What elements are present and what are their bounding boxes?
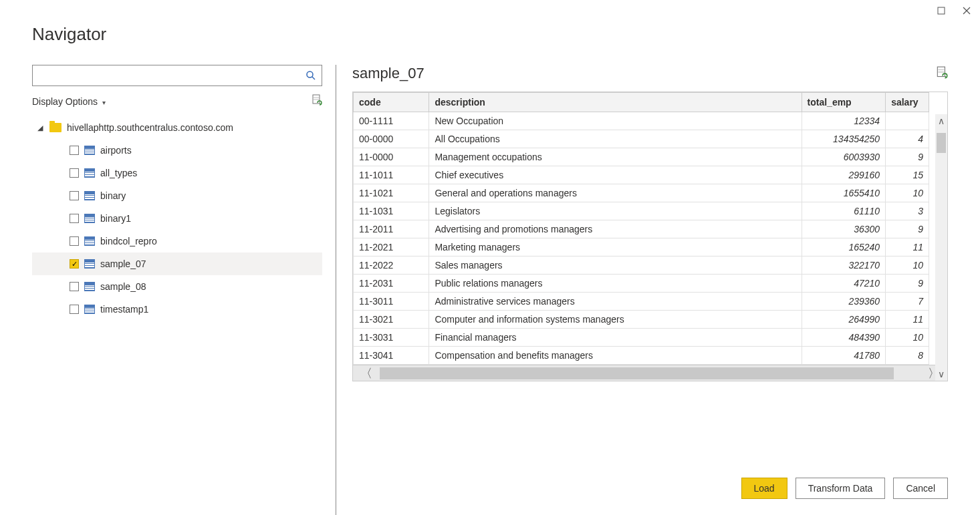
scroll-down-icon[interactable]: ∨ [938,367,945,381]
cell-description: General and operations managers [429,184,802,202]
cell-description: Financial managers [429,329,802,347]
cell-code: 11-3011 [354,293,429,311]
cell-total-emp: 134354250 [802,130,886,148]
checkbox[interactable]: ✓ [70,259,79,269]
table-row[interactable]: 11-1011Chief executives29916015 [354,166,929,184]
scroll-up-icon[interactable]: ∧ [938,114,945,128]
checkbox[interactable] [70,146,79,155]
cell-code: 11-2022 [354,256,429,275]
table-row[interactable]: 11-1021General and operations managers16… [354,184,929,202]
tree-item-sample_07[interactable]: ✓sample_07 [32,252,322,275]
cell-code: 11-2031 [354,275,429,293]
table-row[interactable]: 00-0000All Occupations1343542504 [354,130,929,148]
window-close-icon[interactable] [961,5,972,16]
transform-data-button[interactable]: Transform Data [795,478,886,499]
cell-total-emp: 1655410 [802,184,886,202]
cell-salary: 9 [886,275,929,293]
tree-item-all_types[interactable]: all_types [32,162,322,184]
checkbox[interactable] [70,191,79,200]
search-input[interactable] [33,67,300,83]
window-maximize-icon[interactable] [936,5,947,16]
horizontal-scrollbar[interactable]: 〈 〉 [353,365,947,381]
preview-pane: sample_07 code description total_emp sal… [336,65,948,515]
tree-item-binary[interactable]: binary [32,184,322,207]
cell-code: 11-1021 [354,184,429,202]
scroll-left-icon[interactable]: 〈 [353,365,380,381]
cell-total-emp: 299160 [802,166,886,184]
scroll-thumb-horizontal[interactable] [380,367,894,379]
cell-code: 11-3041 [354,347,429,365]
checkbox[interactable] [70,282,79,291]
table-row[interactable]: 11-2021Marketing managers16524011 [354,238,929,256]
refresh-tree-icon[interactable] [312,94,322,108]
cell-salary: 10 [886,256,929,275]
cell-salary: 11 [886,238,929,256]
tree-item-bindcol_repro[interactable]: bindcol_repro [32,230,322,252]
cell-description: Management occupations [429,148,802,166]
vertical-scrollbar[interactable]: ∧ ∨ [935,114,947,381]
cell-code: 00-0000 [354,130,429,148]
scroll-thumb-vertical[interactable] [937,133,946,153]
tree-item-label: airports [100,145,132,156]
checkbox[interactable] [70,305,79,314]
search-icon[interactable] [300,70,322,81]
table-row[interactable]: 11-3031Financial managers48439010 [354,329,929,347]
refresh-preview-icon[interactable] [936,66,948,81]
collapse-icon[interactable]: ◢ [37,124,47,132]
cell-description: All Occupations [429,130,802,148]
cell-code: 11-2011 [354,220,429,238]
cell-salary: 10 [886,329,929,347]
table-icon [84,214,95,223]
table-row[interactable]: 11-3011Administrative services managers2… [354,293,929,311]
cancel-button[interactable]: Cancel [893,478,948,499]
cell-code: 11-2021 [354,238,429,256]
table-row[interactable]: 11-3041Compensation and benefits manager… [354,347,929,365]
table-icon [84,168,95,178]
svg-rect-0 [938,7,945,14]
column-header-description[interactable]: description [429,93,802,112]
load-button[interactable]: Load [741,478,787,499]
table-row[interactable]: 11-2011Advertising and promotions manage… [354,220,929,238]
checkbox[interactable] [70,214,79,223]
column-header-salary[interactable]: salary [886,93,929,112]
tree-item-timestamp1[interactable]: timestamp1 [32,298,322,321]
table-row[interactable]: 11-1031Legislators611103 [354,202,929,220]
cell-code: 00-1111 [354,112,429,130]
cell-code: 11-3031 [354,329,429,347]
table-icon [84,305,95,314]
checkbox[interactable] [70,168,79,178]
tree-item-sample_08[interactable]: sample_08 [32,275,322,298]
column-header-total-emp[interactable]: total_emp [802,93,886,112]
table-row[interactable]: 11-3021Computer and information systems … [354,311,929,329]
cell-description: Advertising and promotions managers [429,220,802,238]
table-row[interactable]: 11-2031Public relations managers472109 [354,275,929,293]
tree-root[interactable]: ◢ hivellaphttp.southcentralus.contoso.co… [32,116,322,139]
cell-salary: 9 [886,220,929,238]
table-row[interactable]: 11-0000Management occupations60039309 [354,148,929,166]
table-row[interactable]: 11-2022Sales managers32217010 [354,256,929,275]
column-header-code[interactable]: code [354,93,429,112]
cell-description: Chief executives [429,166,802,184]
cell-total-emp: 61110 [802,202,886,220]
preview-grid: code description total_emp salary 00-111… [352,92,948,381]
checkbox[interactable] [70,236,79,246]
cell-salary: 4 [886,130,929,148]
tree-root-label: hivellaphttp.southcentralus.contoso.com [67,122,233,133]
tree-item-binary1[interactable]: binary1 [32,207,322,230]
cell-salary [886,112,929,130]
cell-total-emp: 484390 [802,329,886,347]
display-options-label: Display Options [32,96,98,107]
table-row[interactable]: 00-1111New Occupation12334 [354,112,929,130]
table-icon [84,259,95,269]
cell-total-emp: 12334 [802,112,886,130]
tree-item-label: sample_08 [100,281,146,292]
cell-description: Sales managers [429,256,802,275]
display-options-dropdown[interactable]: Display Options ▾ [32,96,106,107]
cell-description: Legislators [429,202,802,220]
svg-point-3 [307,71,313,77]
cell-salary: 11 [886,311,929,329]
table-icon [84,146,95,155]
tree-item-airports[interactable]: airports [32,139,322,162]
tree-item-label: binary1 [100,213,131,224]
search-box[interactable] [32,65,322,86]
